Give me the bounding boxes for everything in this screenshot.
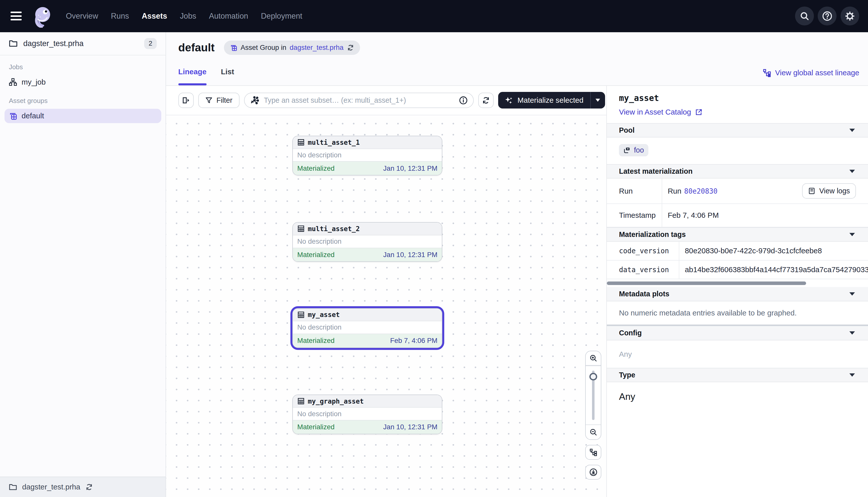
horizontal-scrollbar <box>607 281 868 287</box>
chevron-down-icon[interactable] <box>849 331 855 335</box>
materialize-dropdown-button[interactable] <box>591 92 605 109</box>
tab-lineage[interactable]: Lineage <box>178 68 207 85</box>
pool-tag[interactable]: foo <box>619 144 648 156</box>
nav-assets[interactable]: Assets <box>142 12 167 20</box>
materialize-button[interactable]: Materialize selected <box>498 92 590 109</box>
table-icon <box>297 225 305 232</box>
view-global-asset-lineage-link[interactable]: View global asset lineage <box>763 69 859 77</box>
folder-icon <box>9 39 18 48</box>
sidebar-footer-repo[interactable]: dagster_test.prha <box>0 477 165 497</box>
filter-button[interactable]: Filter <box>198 93 239 108</box>
repo-header[interactable]: dagster_test.prha 2 <box>0 32 165 55</box>
reload-icon[interactable] <box>85 483 93 491</box>
fit-graph-button[interactable] <box>585 445 601 460</box>
sidebar-item-label: my_job <box>21 78 46 86</box>
chevron-down-icon[interactable] <box>849 170 855 173</box>
asset-subset-search <box>244 93 474 108</box>
view-logs-button[interactable]: View logs <box>802 183 856 199</box>
asset-node-name: my_asset <box>308 311 340 318</box>
section-metadata-plots: Metadata plots <box>607 287 868 301</box>
lineage-graph-canvas[interactable]: multi_asset_1 No description Materialize… <box>166 115 606 497</box>
view-tabs: Lineage List <box>178 68 234 85</box>
table-icon <box>297 139 305 146</box>
top-nav: Overview Runs Assets Jobs Automation Dep… <box>0 0 868 32</box>
lineage-fit-icon <box>589 449 597 456</box>
reload-icon[interactable] <box>347 44 354 51</box>
tag-key: data_version <box>607 260 679 279</box>
zoom-slider[interactable] <box>586 366 601 425</box>
zoom-slider-thumb[interactable] <box>589 373 597 381</box>
page-title: default <box>178 41 215 54</box>
zoom-in-button[interactable] <box>586 351 601 366</box>
run-row: Run Run 80e20830 View logs <box>607 179 868 204</box>
help-button[interactable] <box>818 6 837 25</box>
chip-repo-link[interactable]: dagster_test.prha <box>290 44 343 52</box>
asset-node-description: No description <box>293 408 442 421</box>
materialized-timestamp[interactable]: Jan 10, 12:31 PM <box>383 165 438 172</box>
nav-runs[interactable]: Runs <box>111 12 129 20</box>
asset-groups-section-label: Asset groups <box>9 97 157 105</box>
view-in-asset-catalog-link[interactable]: View in Asset Catalog <box>619 108 856 116</box>
search-button[interactable] <box>795 6 814 25</box>
chevron-down-icon[interactable] <box>849 129 855 132</box>
tag-key: code_version <box>607 242 679 260</box>
tab-list[interactable]: List <box>221 68 234 85</box>
section-config: Config <box>607 326 868 340</box>
copies-icon <box>623 146 631 154</box>
asset-node-multi-asset-2[interactable]: multi_asset_2 No description Materialize… <box>292 222 442 262</box>
job-icon <box>9 78 17 86</box>
asset-details-panel: my_asset View in Asset Catalog Pool <box>607 86 868 497</box>
metadata-empty-text: No numeric metadata entries available to… <box>607 301 868 324</box>
horizontal-scrollbar-thumb[interactable] <box>607 282 806 285</box>
tag-row-code-version: code_version 80e20830-b0e7-422c-979d-3c1… <box>607 242 868 260</box>
materialized-timestamp[interactable]: Jan 10, 12:31 PM <box>383 251 438 259</box>
filter-icon <box>205 97 212 104</box>
sync-icon <box>482 96 490 104</box>
expand-panel-icon <box>182 96 190 104</box>
asset-node-my-asset[interactable]: my_asset No description Materialized Feb… <box>292 308 442 348</box>
repo-name: dagster_test.prha <box>23 39 84 48</box>
repo-count-badge: 2 <box>144 38 157 49</box>
nav-deployment[interactable]: Deployment <box>261 12 302 20</box>
left-sidebar: dagster_test.prha 2 Jobs my_job Asset gr… <box>0 32 166 497</box>
settings-button[interactable] <box>841 6 859 25</box>
sparkles-icon <box>505 96 513 104</box>
refresh-graph-button[interactable] <box>478 93 494 108</box>
jobs-section-label: Jobs <box>9 63 157 71</box>
asset-node-description: No description <box>293 321 442 334</box>
info-icon[interactable] <box>459 96 468 105</box>
chip-prefix: Asset Group in <box>240 44 286 52</box>
asset-node-my-graph-asset[interactable]: my_graph_asset No description Materializ… <box>292 395 442 434</box>
dagster-logo-icon[interactable] <box>30 4 53 28</box>
nav-jobs[interactable]: Jobs <box>180 12 196 20</box>
asset-node-name: multi_asset_2 <box>308 225 360 233</box>
expand-panel-button[interactable] <box>178 93 194 108</box>
table-icon <box>297 311 305 318</box>
nav-automation[interactable]: Automation <box>209 12 248 20</box>
tag-row-data-version: data_version ab14be32f606383bbf4a144cf77… <box>607 260 868 280</box>
chevron-down-icon[interactable] <box>849 373 855 377</box>
page-header: default Asset Group in dagster_test.prha… <box>166 32 868 86</box>
asset-node-name: my_graph_asset <box>308 397 364 405</box>
download-graph-button[interactable] <box>585 465 601 480</box>
chevron-down-icon[interactable] <box>849 233 855 236</box>
run-id-link[interactable]: 80e20830 <box>684 187 717 195</box>
menu-icon[interactable] <box>11 9 25 23</box>
selected-asset-title: my_asset <box>619 93 856 103</box>
search-input[interactable] <box>263 96 455 105</box>
materialized-timestamp[interactable]: Jan 10, 12:31 PM <box>383 423 438 431</box>
sidebar-item-label: default <box>21 112 44 120</box>
nav-overview[interactable]: Overview <box>66 12 98 20</box>
asset-node-multi-asset-1[interactable]: multi_asset_1 No description Materialize… <box>292 136 442 175</box>
asset-node-description: No description <box>293 236 442 248</box>
asset-node-name: multi_asset_1 <box>308 139 360 146</box>
lineage-toolbar: Filter Materia <box>166 86 606 115</box>
sidebar-item-default-group[interactable]: default <box>4 109 161 123</box>
chevron-down-icon[interactable] <box>849 292 855 296</box>
sidebar-item-my-job[interactable]: my_job <box>4 75 161 89</box>
help-icon <box>822 11 833 22</box>
config-value: Any <box>607 340 868 368</box>
zoom-out-button[interactable] <box>586 425 601 439</box>
timestamp-label: Timestamp <box>607 204 662 227</box>
materialized-timestamp[interactable]: Feb 7, 4:06 PM <box>390 337 438 345</box>
